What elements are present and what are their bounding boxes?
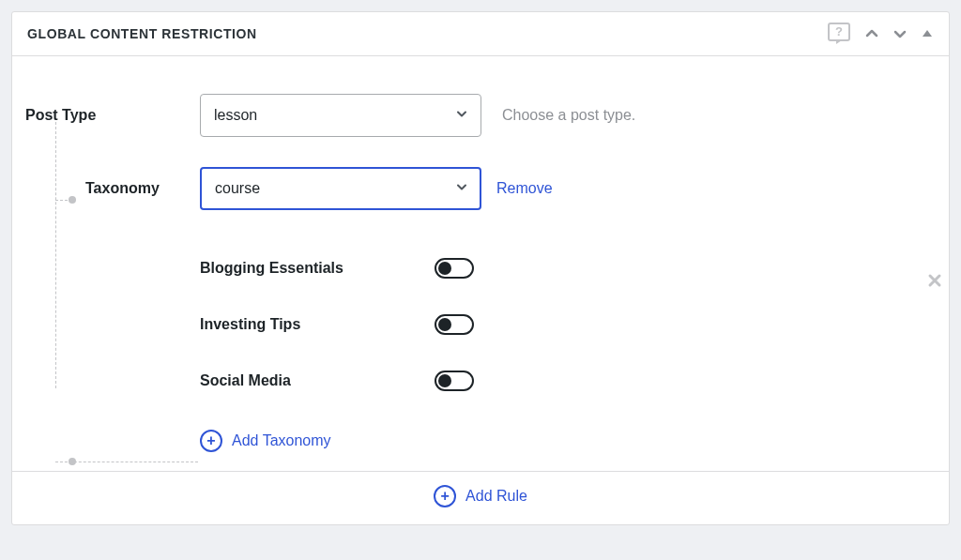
taxonomy-term-toggle[interactable] (435, 371, 474, 391)
taxonomy-terms-list: Blogging Essentials Investing Tips Socia… (200, 240, 911, 409)
panel-footer: + Add Rule (12, 471, 949, 524)
global-content-restriction-panel: GLOBAL CONTENT RESTRICTION ? (11, 11, 950, 525)
taxonomy-term-toggle[interactable] (435, 314, 474, 335)
add-rule-button[interactable]: + Add Rule (434, 485, 527, 507)
taxonomy-select-value: course (200, 167, 481, 210)
tree-node-dot (69, 196, 76, 204)
add-taxonomy-row: + Add Taxonomy (200, 430, 911, 452)
toggle-knob (438, 318, 451, 331)
remove-taxonomy-link[interactable]: Remove (496, 180, 553, 197)
toggle-knob (438, 374, 451, 387)
taxonomy-row: Taxonomy course Remove (22, 167, 911, 210)
chevron-down-icon[interactable] (892, 26, 908, 41)
taxonomy-term-row: Social Media (200, 353, 911, 409)
toggle-knob (438, 262, 451, 275)
panel-body: Post Type lesson Choose a post type. Tax… (12, 56, 949, 471)
collapse-panel-icon[interactable] (921, 27, 934, 40)
chevron-up-icon[interactable] (864, 26, 879, 41)
add-rule-label: Add Rule (465, 488, 527, 505)
add-taxonomy-label: Add Taxonomy (232, 432, 331, 449)
close-rule-icon[interactable] (926, 272, 943, 292)
post-type-row: Post Type lesson Choose a post type. (22, 94, 911, 137)
svg-text:?: ? (835, 24, 843, 38)
add-taxonomy-button[interactable]: + Add Taxonomy (200, 430, 331, 452)
taxonomy-term-label: Social Media (200, 372, 435, 389)
taxonomy-select[interactable]: course (200, 167, 481, 210)
post-type-select-value: lesson (200, 94, 481, 137)
taxonomy-label: Taxonomy (22, 180, 200, 197)
taxonomy-term-toggle[interactable] (435, 258, 474, 279)
help-icon[interactable]: ? (827, 22, 851, 46)
taxonomy-term-row: Blogging Essentials (200, 240, 911, 296)
plus-circle-icon: + (200, 430, 222, 452)
taxonomy-term-row: Investing Tips (200, 296, 911, 353)
header-controls: ? (827, 22, 934, 46)
tree-vertical-line (55, 122, 56, 388)
panel-header: GLOBAL CONTENT RESTRICTION ? (12, 12, 949, 56)
post-type-select[interactable]: lesson (200, 94, 481, 137)
plus-circle-icon: + (434, 485, 456, 507)
tree-node-dot (69, 458, 76, 465)
post-type-label: Post Type (22, 107, 200, 124)
tree-branch-add (55, 462, 198, 462)
taxonomy-term-label: Investing Tips (200, 316, 435, 333)
panel-title: GLOBAL CONTENT RESTRICTION (27, 26, 827, 41)
post-type-hint: Choose a post type. (502, 107, 635, 124)
rule-tree: Post Type lesson Choose a post type. Tax… (22, 94, 911, 452)
taxonomy-term-label: Blogging Essentials (200, 260, 435, 277)
